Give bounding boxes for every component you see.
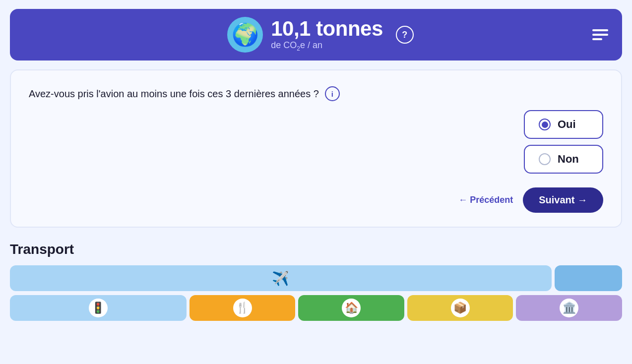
cat-food[interactable]: 🍴 (190, 295, 296, 321)
header-text: 10,1 tonnes de CO2e / an (271, 17, 383, 52)
globe-icon: 🌍 (227, 17, 263, 53)
transport-title: Transport (10, 242, 622, 257)
answer-oui-label: Oui (558, 118, 576, 131)
radio-non (539, 153, 551, 165)
progress-seg-plane: ✈️ (10, 265, 552, 291)
header-center: 🌍 10,1 tonnes de CO2e / an ? (227, 17, 414, 53)
traffic-icon-wrapper: 🚦 (89, 299, 108, 317)
question-row: Avez-vous pris l'avion au moins une fois… (29, 86, 603, 101)
radio-oui (539, 119, 551, 130)
home-icon: 🏠 (345, 302, 358, 314)
cat-home[interactable]: 🏠 (298, 295, 404, 321)
cat-transport[interactable]: 🚦 (10, 295, 187, 321)
answer-non-label: Non (558, 153, 579, 166)
answer-oui-button[interactable]: Oui (524, 110, 603, 139)
answers-area: Oui Non (29, 110, 603, 174)
transport-section: Transport ✈️ 🚦 🍴 🏠 📦 (10, 242, 622, 321)
answer-non-button[interactable]: Non (524, 145, 603, 174)
category-row: 🚦 🍴 🏠 📦 🏛️ (10, 295, 622, 321)
question-card: Avez-vous pris l'avion au moins une fois… (10, 69, 622, 228)
tonnes-value: 10,1 tonnes (271, 17, 383, 40)
plane-icon: ✈️ (272, 270, 289, 287)
cat-public[interactable]: 🏛️ (516, 295, 622, 321)
menu-icon[interactable] (592, 29, 608, 40)
public-icon: 🏛️ (563, 302, 576, 314)
public-icon-wrapper: 🏛️ (560, 299, 578, 317)
food-icon: 🍴 (236, 302, 249, 314)
next-button[interactable]: Suivant → (523, 187, 603, 213)
question-text: Avez-vous pris l'avion au moins une fois… (29, 88, 319, 100)
progress-bar-row-1: ✈️ (10, 265, 622, 291)
prev-button[interactable]: ← Précédent (458, 195, 513, 205)
cat-goods[interactable]: 📦 (407, 295, 513, 321)
home-icon-wrapper: 🏠 (342, 299, 361, 317)
question-info-button[interactable]: i (325, 86, 340, 101)
nav-row: ← Précédent Suivant → (29, 187, 603, 213)
header: 🌍 10,1 tonnes de CO2e / an ? (10, 9, 622, 61)
goods-icon: 📦 (453, 302, 467, 314)
food-icon-wrapper: 🍴 (233, 299, 252, 317)
goods-icon-wrapper: 📦 (451, 299, 470, 317)
co2-label: de CO2e / an (271, 40, 383, 52)
traffic-icon: 🚦 (91, 302, 105, 314)
header-info-button[interactable]: ? (396, 26, 414, 44)
progress-seg-right (555, 265, 622, 291)
